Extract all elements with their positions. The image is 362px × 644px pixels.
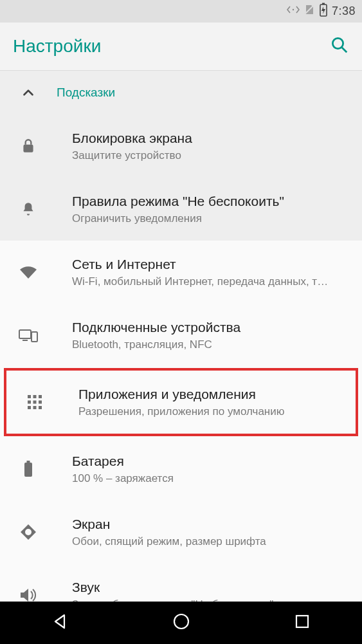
settings-sound[interactable]: Звук Звук, вибрация, режим "Не беспокоит… [0, 564, 362, 602]
brightness-icon [0, 523, 57, 541]
chevron-up-icon [0, 84, 57, 101]
item-title: Батарея [72, 453, 347, 470]
svg-rect-20 [27, 461, 30, 463]
search-button[interactable] [330, 35, 349, 57]
battery-charging-icon [319, 3, 328, 20]
item-sub: 100 % – заряжается [72, 472, 347, 485]
settings-apps-notifications[interactable]: Приложения и уведомления Разрешения, при… [6, 371, 356, 434]
navigation-bar [0, 602, 362, 644]
item-title: Приложения и уведомления [78, 386, 340, 403]
battery-icon [0, 460, 57, 478]
wifi-icon [0, 264, 57, 280]
svg-rect-14 [33, 401, 37, 404]
settings-network[interactable]: Сеть и Интернет Wi-Fi, мобильный Интерне… [0, 241, 362, 304]
item-title: Подключенные устройства [72, 319, 347, 336]
settings-list: Подсказки Блокировка экрана Защитите уст… [0, 71, 362, 602]
hints-header[interactable]: Подсказки [0, 71, 362, 115]
settings-battery[interactable]: Батарея 100 % – заряжается [0, 437, 362, 501]
hint-dnd[interactable]: Правила режима "Не беспокоить" Ограничит… [0, 178, 362, 241]
main-section: Сеть и Интернет Wi-Fi, мобильный Интерне… [0, 241, 362, 602]
svg-rect-6 [23, 145, 33, 152]
bell-icon [0, 201, 57, 217]
code-icon [287, 5, 300, 18]
svg-rect-16 [28, 406, 31, 409]
svg-rect-17 [33, 406, 37, 409]
svg-rect-3 [322, 3, 325, 5]
svg-point-4 [332, 38, 343, 48]
hints-label: Подсказки [57, 86, 115, 100]
settings-display[interactable]: Экран Обои, спящий режим, размер шрифта [0, 501, 362, 564]
item-title: Звук [72, 579, 347, 596]
sound-icon [0, 587, 57, 602]
svg-rect-12 [39, 395, 42, 398]
svg-rect-19 [24, 463, 32, 477]
svg-rect-11 [33, 395, 37, 398]
apps-grid-icon [6, 394, 63, 410]
svg-rect-24 [296, 616, 308, 627]
nav-back-button[interactable] [51, 612, 69, 633]
item-sub: Разрешения, приложения по умолчанию [78, 405, 340, 418]
hint-sub: Ограничить уведомления [72, 212, 347, 225]
settings-connected-devices[interactable]: Подключенные устройства Bluetooth, транс… [0, 304, 362, 367]
devices-icon [0, 328, 57, 342]
svg-rect-8 [32, 332, 37, 342]
hint-title: Блокировка экрана [72, 130, 347, 147]
no-sim-icon [303, 4, 315, 19]
svg-rect-10 [28, 395, 31, 398]
item-sub: Обои, спящий режим, размер шрифта [72, 535, 347, 548]
hint-title: Правила режима "Не беспокоить" [72, 193, 347, 210]
app-bar: Настройки [0, 23, 362, 71]
hint-sub: Защитите устройство [72, 149, 347, 162]
highlight-frame: Приложения и уведомления Разрешения, при… [4, 368, 358, 436]
svg-rect-7 [19, 330, 31, 338]
svg-point-23 [174, 614, 188, 629]
status-clock: 7:38 [332, 5, 356, 18]
hints-section: Подсказки Блокировка экрана Защитите уст… [0, 71, 362, 241]
item-title: Сеть и Интернет [72, 256, 347, 273]
svg-rect-15 [39, 401, 42, 404]
nav-home-button[interactable] [172, 612, 191, 634]
item-sub: Wi-Fi, мобильный Интернет, передача данн… [72, 275, 347, 288]
svg-rect-13 [28, 401, 31, 404]
item-title: Экран [72, 516, 347, 533]
svg-rect-18 [39, 406, 42, 409]
svg-point-22 [25, 529, 32, 535]
hint-lock-screen[interactable]: Блокировка экрана Защитите устройство [0, 115, 362, 178]
svg-point-0 [293, 9, 294, 10]
page-title: Настройки [13, 36, 101, 57]
status-bar: 7:38 [0, 0, 362, 23]
lock-icon [0, 138, 57, 154]
svg-line-5 [342, 48, 347, 53]
nav-recents-button[interactable] [294, 613, 311, 632]
item-sub: Bluetooth, трансляция, NFC [72, 338, 347, 351]
